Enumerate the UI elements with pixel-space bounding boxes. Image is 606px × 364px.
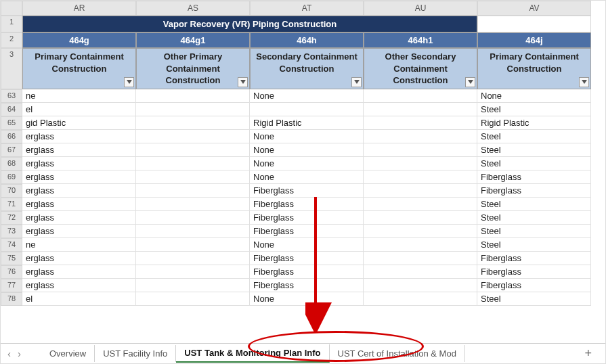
header-primary-containment[interactable]: Primary Containment Construction bbox=[22, 48, 136, 89]
cell[interactable] bbox=[136, 225, 250, 238]
cell[interactable]: erglass bbox=[22, 211, 136, 225]
cell[interactable]: gid Plastic bbox=[22, 116, 136, 130]
filter-button[interactable] bbox=[465, 77, 475, 87]
cell[interactable]: None bbox=[250, 157, 364, 170]
row-header[interactable]: 63 bbox=[1, 89, 22, 103]
column-header-AV[interactable]: AV bbox=[477, 1, 591, 16]
row-header[interactable]: 68 bbox=[1, 157, 22, 170]
cell[interactable]: None bbox=[250, 89, 364, 103]
header-primary-containment-av[interactable]: Primary Containment Construction bbox=[477, 48, 591, 89]
cell[interactable]: el bbox=[22, 292, 136, 306]
row-header[interactable]: 72 bbox=[1, 211, 22, 225]
code-464g[interactable]: 464g bbox=[22, 32, 136, 48]
cell[interactable]: erglass bbox=[22, 184, 136, 198]
row-header[interactable]: 66 bbox=[1, 130, 22, 143]
cell[interactable] bbox=[364, 252, 477, 265]
header-secondary-containment[interactable]: Secondary Containment Construction bbox=[250, 48, 364, 89]
cell[interactable]: Fiberglass bbox=[477, 252, 591, 265]
cell[interactable]: Rigid Plastic bbox=[250, 116, 364, 130]
cell[interactable]: erglass bbox=[22, 265, 136, 279]
row-header[interactable]: 74 bbox=[1, 238, 22, 252]
cell[interactable]: Steel bbox=[477, 143, 591, 157]
row-header[interactable]: 78 bbox=[1, 292, 22, 306]
cell[interactable] bbox=[136, 103, 250, 116]
cell[interactable]: Steel bbox=[477, 130, 591, 143]
cell[interactable] bbox=[364, 116, 477, 130]
cell[interactable] bbox=[364, 130, 477, 143]
sheet-tab-overview[interactable]: Overview bbox=[41, 345, 95, 362]
cell[interactable]: Fiberglass bbox=[250, 265, 364, 279]
filter-button[interactable] bbox=[238, 77, 248, 87]
code-464g1[interactable]: 464g1 bbox=[136, 32, 250, 48]
cell[interactable]: erglass bbox=[22, 157, 136, 170]
cell[interactable] bbox=[364, 279, 477, 292]
cell[interactable] bbox=[136, 252, 250, 265]
cell[interactable] bbox=[364, 143, 477, 157]
cell[interactable] bbox=[136, 198, 250, 211]
row-header-2[interactable]: 2 bbox=[1, 32, 22, 48]
section-title[interactable]: Vapor Recovery (VR) Piping Construction bbox=[22, 16, 477, 32]
row-header[interactable]: 69 bbox=[1, 170, 22, 184]
cell[interactable]: Rigid Plastic bbox=[477, 116, 591, 130]
row-header[interactable]: 73 bbox=[1, 225, 22, 238]
cell[interactable]: Fiberglass bbox=[250, 184, 364, 198]
filter-button[interactable] bbox=[351, 77, 362, 87]
code-464h1[interactable]: 464h1 bbox=[364, 32, 477, 48]
row-header[interactable]: 77 bbox=[1, 279, 22, 292]
cell[interactable] bbox=[136, 292, 250, 306]
cell[interactable]: Fiberglass bbox=[477, 184, 591, 198]
cell[interactable]: Steel bbox=[477, 198, 591, 211]
cell[interactable] bbox=[364, 103, 477, 116]
column-header-AR[interactable]: AR bbox=[22, 1, 136, 16]
filter-button[interactable] bbox=[124, 77, 134, 87]
cell[interactable]: None bbox=[250, 143, 364, 157]
row-header[interactable]: 71 bbox=[1, 198, 22, 211]
cell[interactable] bbox=[136, 184, 250, 198]
header-other-primary-containment[interactable]: Other Primary Containment Construction bbox=[136, 48, 250, 89]
row-header[interactable]: 75 bbox=[1, 252, 22, 265]
cell[interactable] bbox=[136, 170, 250, 184]
cell[interactable] bbox=[136, 157, 250, 170]
cell[interactable] bbox=[364, 184, 477, 198]
cell[interactable]: Steel bbox=[477, 211, 591, 225]
cell[interactable] bbox=[136, 130, 250, 143]
cell[interactable]: Steel bbox=[477, 103, 591, 116]
cell[interactable]: Fiberglass bbox=[477, 170, 591, 184]
row-header-1[interactable]: 1 bbox=[1, 16, 22, 32]
cell[interactable] bbox=[136, 116, 250, 130]
column-header-AS[interactable]: AS bbox=[136, 1, 250, 16]
cell[interactable]: Fiberglass bbox=[250, 279, 364, 292]
select-all-corner[interactable] bbox=[1, 1, 22, 16]
cell[interactable] bbox=[136, 89, 250, 103]
header-other-secondary-containment[interactable]: Other Secondary Containment Construction bbox=[364, 48, 477, 89]
cell[interactable] bbox=[364, 292, 477, 306]
row-header[interactable]: 64 bbox=[1, 103, 22, 116]
cell[interactable]: Fiberglass bbox=[250, 225, 364, 238]
cell[interactable]: erglass bbox=[22, 225, 136, 238]
cell[interactable]: erglass bbox=[22, 198, 136, 211]
cell[interactable] bbox=[364, 238, 477, 252]
sheet-tab-ust-tank-monitoring[interactable]: UST Tank & Monitoring Plan Info bbox=[176, 344, 329, 363]
tab-prev-button[interactable]: ‹ bbox=[7, 348, 11, 359]
row-header[interactable]: 67 bbox=[1, 143, 22, 157]
cell[interactable]: Fiberglass bbox=[250, 252, 364, 265]
cell[interactable] bbox=[136, 238, 250, 252]
cell[interactable]: None bbox=[250, 238, 364, 252]
cell[interactable]: None bbox=[250, 130, 364, 143]
cell[interactable] bbox=[364, 157, 477, 170]
cell[interactable]: el bbox=[22, 103, 136, 116]
cell[interactable]: None bbox=[250, 170, 364, 184]
cell[interactable] bbox=[136, 279, 250, 292]
cell[interactable]: Steel bbox=[477, 238, 591, 252]
row-header-3[interactable]: 3 bbox=[1, 48, 22, 89]
row-header[interactable]: 76 bbox=[1, 265, 22, 279]
column-header-AU[interactable]: AU bbox=[364, 1, 477, 16]
filter-button[interactable] bbox=[579, 77, 589, 87]
cell[interactable] bbox=[136, 265, 250, 279]
add-sheet-button[interactable]: + bbox=[578, 346, 599, 361]
cell[interactable]: Fiberglass bbox=[250, 198, 364, 211]
cell[interactable] bbox=[364, 170, 477, 184]
sheet-tab-ust-facility-info[interactable]: UST Facility Info bbox=[95, 345, 176, 362]
cell[interactable]: None bbox=[250, 292, 364, 306]
cell[interactable] bbox=[136, 211, 250, 225]
